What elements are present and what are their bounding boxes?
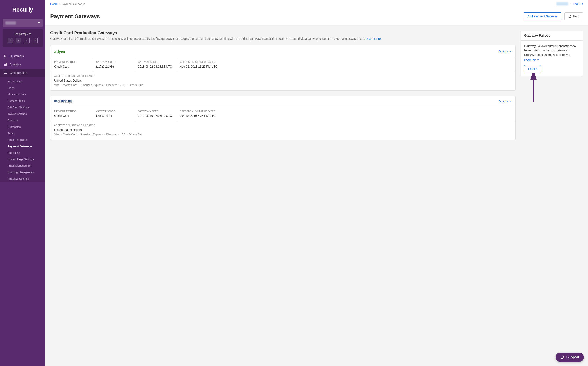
card-brand: Diners Club (129, 133, 143, 136)
label: GATEWAY CODE (96, 110, 130, 113)
dot-sep: • (127, 84, 128, 87)
gateway-foot: ACCEPTED CURRENCIES & CARDSUnited States… (50, 72, 515, 90)
nav-label: Configuration (10, 71, 27, 75)
step-2[interactable] (16, 38, 21, 43)
failover-learn-more-link[interactable]: Learn more (524, 58, 580, 62)
value: 2019-06-10 17:36:19 UTC (138, 114, 172, 118)
nav-label: Customers (10, 54, 24, 58)
dot-sep: • (61, 84, 62, 87)
add-payment-gateway-button[interactable]: Add Payment Gateway (524, 12, 561, 20)
topbar: Home › Payment Gateways • Log Out (45, 0, 588, 8)
adyen-logo: adyen (54, 49, 65, 54)
subnav-item[interactable]: Hosted Page Settings (0, 156, 45, 162)
card-brand: American Express (81, 133, 103, 136)
progress-title: Setup Progress (5, 33, 40, 36)
subnav-item[interactable]: Dunning Management (0, 169, 45, 175)
help-button[interactable]: Help (564, 12, 583, 20)
subnav-item[interactable]: Invoice Settings (0, 111, 45, 117)
header-actions: Add Payment Gateway Help (524, 12, 583, 20)
subnav-item[interactable]: Coupons (0, 117, 45, 124)
page-title: Payment Gateways (50, 13, 100, 20)
svg-point-4 (5, 73, 6, 73)
account-selector[interactable] (2, 19, 43, 27)
value: 2018-08-22 23:28:33 UTC (138, 65, 172, 68)
dot-sep: • (104, 133, 105, 136)
support-button[interactable]: Support (556, 353, 584, 362)
svg-rect-1 (5, 64, 6, 66)
subnav-item[interactable]: Currencies (0, 124, 45, 130)
subnav-item[interactable]: Site Settings (0, 78, 45, 85)
cardconnect-logo: cardconnect.A First Data Company (54, 99, 72, 104)
section-learn-more-link[interactable]: Learn more (366, 37, 381, 40)
gateway-card: adyenOptionsPAYMENT METHODCredit CardGAT… (50, 45, 516, 91)
svg-point-5 (6, 73, 7, 74)
step-dash: – (30, 39, 32, 42)
subnav-item[interactable]: Email Templates (0, 137, 45, 143)
breadcrumb-sep: › (59, 3, 60, 5)
subnav-item[interactable]: Apple Pay (0, 150, 45, 156)
subnav-item[interactable]: Fraud Management (0, 162, 45, 169)
card-brand: Discover (106, 84, 117, 87)
logout-link[interactable]: Log Out (573, 2, 583, 5)
value: Credit Card (54, 65, 88, 68)
step-dash: – (22, 39, 23, 42)
dot-sep: • (79, 133, 79, 136)
step-3[interactable]: 3 (24, 38, 30, 43)
setup-progress-card: Setup Progress – – 3 – 4 (2, 29, 43, 47)
main: Home › Payment Gateways • Log Out Paymen… (45, 0, 588, 366)
step-4[interactable]: 4 (32, 38, 38, 43)
account-name-redacted (5, 21, 16, 25)
failover-body: Gateway Failover allows transactions to … (521, 41, 583, 76)
subnav-item[interactable]: Analytics Settings (0, 175, 45, 182)
failover-card: Gateway Failover Gateway Failover allows… (521, 30, 583, 76)
svg-rect-0 (4, 64, 5, 66)
value: Jun 10, 2019 5:36 PM UTC (180, 114, 512, 118)
label: PAYMENT METHOD (54, 110, 88, 113)
enable-button[interactable]: Enable (524, 65, 541, 72)
content-main: Credit Card Production Gateways Gateways… (50, 30, 516, 361)
svg-rect-2 (6, 63, 7, 66)
options-label: Options (499, 100, 509, 103)
nav-configuration[interactable]: Configuration (0, 69, 45, 77)
chat-icon (560, 355, 564, 359)
label: CREDENTIALS LAST UPDATED (180, 110, 512, 113)
card-list: Visa•MasterCard•American Express•Discove… (54, 84, 512, 87)
card-brand: Visa (54, 133, 59, 136)
value: kztbazmtfufi (96, 114, 130, 118)
breadcrumb-home[interactable]: Home (50, 2, 58, 5)
user-redacted (556, 2, 568, 5)
sidebar: Recurly Setup Progress – – 3 – 4 (0, 0, 45, 366)
cell-gateway-added: GATEWAY ADDED2018-08-22 23:28:33 UTC (134, 58, 176, 71)
gateway-options[interactable]: Options (499, 100, 512, 103)
check-icon (9, 39, 11, 42)
subnav-item[interactable]: Measured Units (0, 91, 45, 98)
gateway-head: cardconnect.A First Data CompanyOptions (50, 96, 515, 107)
subnav-item[interactable]: Taxes (0, 130, 45, 137)
nav-analytics[interactable]: Analytics (0, 60, 45, 69)
gateway-head: adyenOptions (50, 45, 515, 58)
gateway-grid: PAYMENT METHODCredit CardGATEWAY CODEkzt… (50, 107, 515, 121)
breadcrumb: Home › Payment Gateways (50, 2, 85, 5)
step-1[interactable] (8, 38, 13, 43)
chevron-down-icon (510, 51, 512, 52)
people-icon (4, 54, 7, 58)
logo: Recurly (0, 4, 45, 17)
subnav-item[interactable]: Custom Fields (0, 98, 45, 104)
label: GATEWAY ADDED (138, 110, 172, 113)
gateway-foot: ACCEPTED CURRENCIES & CARDSUnited States… (50, 121, 515, 140)
progress-steps: – – 3 – 4 (5, 38, 40, 43)
card-brand: MasterCard (63, 133, 77, 136)
dot-sep: • (570, 2, 571, 5)
subnav-item[interactable]: Payment Gateways (0, 143, 45, 150)
card-brand: American Express (81, 84, 103, 87)
label: PAYMENT METHOD (54, 61, 88, 63)
dot-sep: • (61, 133, 62, 136)
cell-payment-method: PAYMENT METHODCredit Card (50, 107, 92, 121)
sliders-icon (4, 71, 7, 75)
nav-customers[interactable]: Customers (0, 52, 45, 60)
gateway-options[interactable]: Options (499, 50, 512, 53)
external-link-icon (568, 15, 571, 18)
subnav-item[interactable]: Gift Card Settings (0, 104, 45, 111)
chevron-down-icon (510, 101, 512, 102)
subnav-item[interactable]: Plans (0, 85, 45, 91)
